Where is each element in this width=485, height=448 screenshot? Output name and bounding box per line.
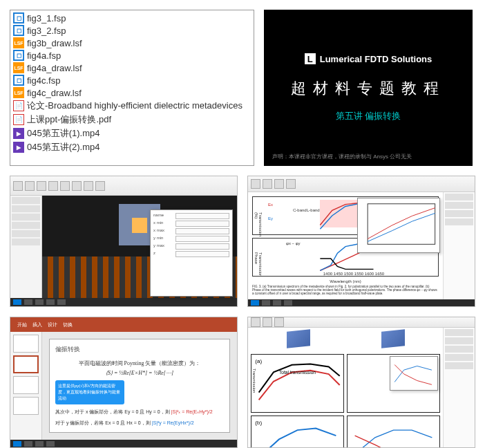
windows-taskbar[interactable]	[248, 299, 475, 306]
toolbar-button[interactable]	[84, 181, 93, 191]
screenshot-pdf-fig4: (a) Total transmission Transmission	[247, 317, 475, 448]
start-button[interactable]	[13, 299, 21, 305]
legend-ey: Ey	[268, 216, 273, 221]
fsp-icon: ◻	[13, 12, 24, 24]
file-item[interactable]: LSFfig4c_draw.lsf	[13, 86, 251, 99]
sim-nanopillar	[132, 218, 147, 233]
fsp-icon: ◻	[13, 75, 24, 86]
ppt-tab[interactable]: 设计	[45, 321, 60, 328]
toolbar-button[interactable]	[274, 317, 284, 327]
lsf-icon: LSF	[13, 87, 24, 98]
pdf-toolbar	[248, 317, 475, 328]
file-name: 上课ppt-偏振转换.pdf	[27, 113, 111, 126]
device-schematics	[251, 330, 440, 351]
file-item[interactable]: ◻fig4a.fsp	[13, 49, 251, 62]
brand-row: L Lumerical FDTD Solutions	[305, 53, 432, 64]
fdtd-toolbar	[10, 176, 237, 196]
file-item[interactable]: ◻fig3_1.fsp	[13, 12, 251, 24]
file-name: fig3_2.fsp	[27, 26, 66, 36]
file-name: 045第五讲(2).mp4	[27, 141, 99, 153]
object-tree[interactable]	[10, 196, 42, 298]
figure-window[interactable]	[390, 356, 438, 391]
toolbar-button[interactable]	[25, 181, 35, 191]
toolbar-button[interactable]	[274, 179, 284, 189]
fsp-icon: ◻	[13, 25, 24, 36]
formula-header: 平面电磁波的时间 Poynting 矢量（能流密度）为：	[55, 360, 224, 367]
windows-taskbar[interactable]	[10, 440, 237, 447]
file-name: fig3b_draw.lsf	[27, 38, 82, 48]
slide-thumbnails[interactable]	[10, 332, 42, 440]
dialog-field[interactable]	[175, 228, 229, 234]
pdf-sidebar[interactable]	[443, 192, 475, 300]
slide-canvas[interactable]: 偏振转换 平面电磁波的时间 Poynting 矢量（能流密度）为： ⟨S⟩ = …	[42, 332, 237, 440]
chart-4b: (b) Wavelength, nm	[251, 416, 344, 448]
file-item[interactable]: ▶045第五讲(2).mp4	[13, 140, 251, 154]
toolbar-button[interactable]	[251, 179, 260, 189]
lsf-icon: LSF	[13, 62, 24, 73]
file-item[interactable]: LSFfig4a_draw.lsf	[13, 62, 251, 74]
ylabel: Transmission Phase	[254, 252, 263, 277]
toolbar-button[interactable]	[37, 181, 46, 191]
slide-thumb[interactable]	[13, 376, 39, 394]
slide-heading: 偏振转换	[55, 345, 224, 354]
eq-y: |S|²y = Re(EyHx*)/2	[152, 420, 194, 425]
monitor-dialog[interactable]: name x min x max y min y max z	[150, 209, 233, 297]
pdf-sidebar[interactable]	[443, 328, 475, 448]
toolbar-button[interactable]	[286, 179, 296, 189]
slide-thumb[interactable]	[13, 355, 39, 373]
toolbar-button[interactable]	[95, 181, 105, 191]
slide-thumb[interactable]	[13, 335, 39, 353]
phi-diff: φx − φy	[286, 241, 301, 245]
mp4-icon: ▶	[13, 142, 24, 153]
dialog-field[interactable]	[175, 251, 229, 257]
file-item[interactable]: 📄论文-Broadband highly-efficient dielectri…	[13, 99, 251, 113]
file-item[interactable]: ◻fig4c.fsp	[13, 74, 251, 86]
title-slide: L Lumerical FDTD Solutions 超材料专题教程 第五讲 偏…	[264, 10, 473, 166]
ppt-tab[interactable]: 插入	[30, 321, 45, 328]
windows-taskbar[interactable]	[10, 298, 237, 306]
file-item[interactable]: LSFfig3b_draw.lsf	[13, 37, 251, 49]
xlabel: Wavelength (nm)	[252, 279, 439, 283]
pdf-icon: 📄	[13, 114, 24, 125]
paper-page[interactable]: Transmission (%) (a) Ex Ey C-band L-band	[248, 192, 443, 300]
file-item[interactable]: ▶045第五讲(1).mp4	[13, 127, 251, 140]
lsf-icon: LSF	[13, 37, 24, 48]
ppt-tab[interactable]: 切换	[60, 321, 75, 328]
chart-4c	[347, 354, 440, 413]
file-item[interactable]: 📄上课ppt-偏振转换.pdf	[13, 113, 251, 127]
disclaimer: 声明：本课程非官方课程，课程的录制与 Ansys 公司无关	[272, 153, 412, 160]
fsp-icon: ◻	[13, 50, 24, 61]
dialog-field[interactable]	[175, 243, 229, 250]
file-item[interactable]: ◻fig3_2.fsp	[13, 24, 251, 37]
toolbar-button[interactable]	[13, 181, 23, 191]
toolbar-button[interactable]	[263, 317, 272, 327]
brand-text: Lumerical FDTD Solutions	[320, 54, 432, 64]
dialog-field[interactable]	[175, 221, 229, 227]
toolbar-button[interactable]	[251, 317, 260, 327]
file-name: 045第五讲(1).mp4	[27, 127, 99, 140]
ppt-ribbon[interactable]: 开始插入设计切换	[10, 317, 237, 332]
dialog-field[interactable]	[175, 236, 229, 242]
schematic-b	[381, 329, 405, 348]
paper-page[interactable]: (a) Total transmission Transmission	[248, 328, 443, 448]
dialog-field[interactable]	[175, 213, 229, 219]
slide-thumb[interactable]	[13, 397, 39, 415]
toolbar-button[interactable]	[263, 179, 272, 189]
schematic-a	[287, 329, 310, 348]
toolbar-button[interactable]	[72, 181, 82, 191]
toolbar-button[interactable]	[60, 181, 70, 191]
legend-ex: Ex	[268, 203, 273, 207]
file-name: fig3_1.fsp	[27, 13, 66, 24]
info-callout: 这里提供py(√)和√方向的能流密度，更直观地看到偏振转换与能量流动	[55, 380, 124, 404]
file-name: fig4a.fsp	[27, 50, 61, 61]
toolbar-button[interactable]	[48, 181, 58, 191]
file-name: fig4a_draw.lsf	[27, 63, 82, 73]
simulation-viewport[interactable]: name x min x max y min y max z	[42, 196, 237, 298]
ppt-tab[interactable]: 开始	[15, 321, 30, 328]
svg-text:(b): (b)	[255, 420, 262, 426]
pdf-icon: 📄	[13, 100, 24, 111]
file-name: 论文-Broadband highly-efficient dielectric…	[27, 100, 242, 112]
figure-window[interactable]	[357, 198, 440, 253]
file-name: fig4c_draw.lsf	[27, 88, 82, 98]
pdf-toolbar	[248, 176, 475, 192]
